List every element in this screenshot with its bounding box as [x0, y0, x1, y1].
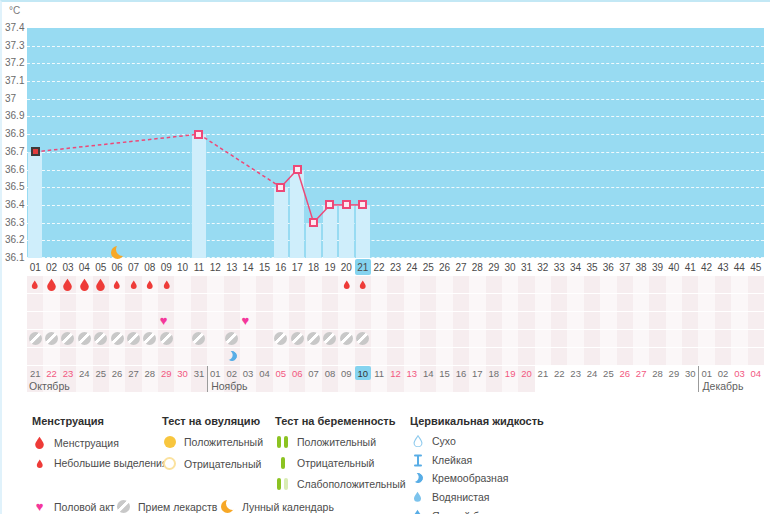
date-cell[interactable]: 27	[125, 366, 141, 380]
date-cell[interactable]: 20	[518, 366, 534, 380]
day-cell[interactable]: 38	[633, 259, 649, 275]
day-cell[interactable]: 41	[682, 259, 698, 275]
day-cell[interactable]: 44	[731, 259, 747, 275]
date-cell[interactable]: 19	[502, 366, 518, 380]
day-cell[interactable]: 15	[256, 259, 272, 275]
day-cell[interactable]: 24	[404, 259, 420, 275]
day-cell[interactable]: 06	[109, 259, 125, 275]
day-cell[interactable]: 37	[617, 259, 633, 275]
intercourse-heart-icon: ♥	[242, 314, 250, 327]
day-cell[interactable]: 34	[567, 259, 583, 275]
date-cell[interactable]: 05	[273, 366, 289, 380]
date-cell[interactable]: 01	[207, 366, 223, 380]
day-cell[interactable]: 43	[715, 259, 731, 275]
date-cell[interactable]: 15	[436, 366, 452, 380]
day-cell[interactable]: 05	[93, 259, 109, 275]
date-cell[interactable]: 04	[748, 366, 764, 380]
date-cell[interactable]: 25	[600, 366, 616, 380]
date-cell[interactable]: 21	[535, 366, 551, 380]
medication-pill-icon	[192, 332, 205, 345]
date-cell[interactable]: 16	[453, 366, 469, 380]
day-cell[interactable]: 18	[305, 259, 321, 275]
date-cell[interactable]: 11	[371, 366, 387, 380]
day-cell[interactable]: 14	[240, 259, 256, 275]
day-cell[interactable]: 04	[76, 259, 92, 275]
date-cell[interactable]: 23	[60, 366, 76, 380]
date-cell[interactable]: 04	[256, 366, 272, 380]
date-cell[interactable]: 27	[633, 366, 649, 380]
date-cell[interactable]: 13	[404, 366, 420, 380]
date-cell[interactable]: 29	[666, 366, 682, 380]
day-cell[interactable]: 11	[191, 259, 207, 275]
day-cell[interactable]: 21	[355, 259, 371, 275]
date-cell[interactable]: 21	[27, 366, 43, 380]
temp-marker[interactable]	[309, 218, 318, 227]
temp-marker[interactable]	[342, 200, 351, 209]
date-cell[interactable]: 31	[191, 366, 207, 380]
day-cell[interactable]: 31	[518, 259, 534, 275]
day-cell[interactable]: 28	[469, 259, 485, 275]
day-cell[interactable]: 19	[322, 259, 338, 275]
day-cell[interactable]: 01	[27, 259, 43, 275]
day-cell[interactable]: 13	[224, 259, 240, 275]
temp-marker[interactable]	[358, 200, 367, 209]
date-cell[interactable]: 23	[567, 366, 583, 380]
date-cell[interactable]: 03	[240, 366, 256, 380]
date-cell[interactable]: 09	[338, 366, 354, 380]
date-cell[interactable]: 02	[715, 366, 731, 380]
day-cell[interactable]: 20	[338, 259, 354, 275]
day-cell[interactable]: 39	[649, 259, 665, 275]
date-cell[interactable]: 28	[649, 366, 665, 380]
date-cell[interactable]: 28	[142, 366, 158, 380]
date-cell[interactable]: 07	[305, 366, 321, 380]
day-cell[interactable]: 22	[371, 259, 387, 275]
day-cell[interactable]: 36	[600, 259, 616, 275]
date-cell[interactable]: 17	[469, 366, 485, 380]
temp-marker[interactable]	[194, 130, 203, 139]
day-cell[interactable]: 40	[666, 259, 682, 275]
day-cell[interactable]: 30	[502, 259, 518, 275]
date-cell[interactable]: 22	[43, 366, 59, 380]
temp-marker[interactable]	[325, 200, 334, 209]
day-cell[interactable]: 10	[174, 259, 190, 275]
day-cell[interactable]: 03	[60, 259, 76, 275]
day-cell[interactable]: 23	[387, 259, 403, 275]
day-cell[interactable]: 02	[43, 259, 59, 275]
day-cell[interactable]: 35	[584, 259, 600, 275]
day-cell[interactable]: 45	[748, 259, 764, 275]
date-cell[interactable]: 06	[289, 366, 305, 380]
date-cell[interactable]: 22	[551, 366, 567, 380]
day-cell[interactable]: 26	[436, 259, 452, 275]
day-cell[interactable]: 33	[551, 259, 567, 275]
date-cell[interactable]: 03	[731, 366, 747, 380]
date-cell[interactable]: 29	[158, 366, 174, 380]
date-cell[interactable]: 02	[224, 366, 240, 380]
date-cell[interactable]: 24	[76, 366, 92, 380]
day-cell[interactable]: 29	[486, 259, 502, 275]
date-cell[interactable]: 01	[698, 366, 714, 380]
day-cell[interactable]: 09	[158, 259, 174, 275]
day-cell[interactable]: 12	[207, 259, 223, 275]
temp-marker[interactable]	[31, 147, 40, 156]
day-cell[interactable]: 25	[420, 259, 436, 275]
temp-marker[interactable]	[293, 165, 302, 174]
day-cell[interactable]: 17	[289, 259, 305, 275]
day-cell[interactable]: 27	[453, 259, 469, 275]
day-cell[interactable]: 16	[273, 259, 289, 275]
temp-marker[interactable]	[276, 183, 285, 192]
day-cell[interactable]: 32	[535, 259, 551, 275]
date-cell[interactable]: 12	[387, 366, 403, 380]
day-cell[interactable]: 08	[142, 259, 158, 275]
date-cell[interactable]: 26	[617, 366, 633, 380]
date-cell[interactable]: 30	[174, 366, 190, 380]
date-cell[interactable]: 18	[486, 366, 502, 380]
date-cell[interactable]: 30	[682, 366, 698, 380]
date-cell[interactable]: 24	[584, 366, 600, 380]
date-cell[interactable]: 25	[93, 366, 109, 380]
date-cell[interactable]: 26	[109, 366, 125, 380]
date-cell[interactable]: 14	[420, 366, 436, 380]
day-cell[interactable]: 07	[125, 259, 141, 275]
date-cell[interactable]: 10	[355, 366, 371, 380]
date-cell[interactable]: 08	[322, 366, 338, 380]
day-cell[interactable]: 42	[698, 259, 714, 275]
